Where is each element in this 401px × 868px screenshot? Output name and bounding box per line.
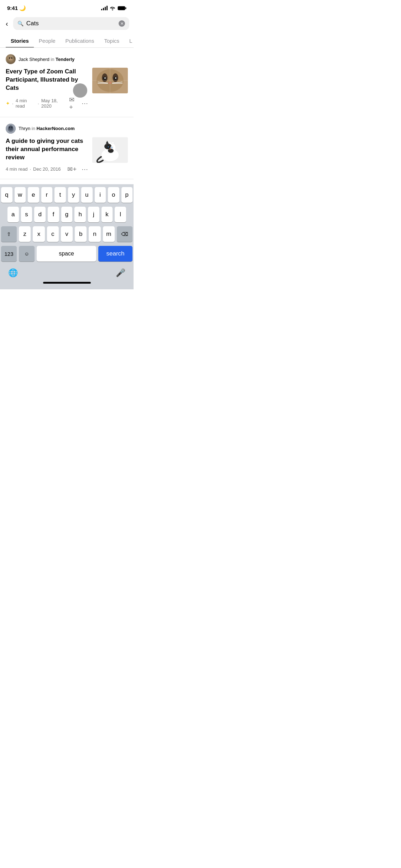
key-g[interactable]: g: [61, 207, 73, 222]
article-author-meta: Thryn in HackerNoon.com: [19, 126, 75, 131]
avatar: [6, 124, 16, 134]
key-d[interactable]: d: [34, 207, 46, 222]
article-date: Dec 20, 2016: [33, 166, 61, 172]
moon-icon: 🌙: [19, 5, 26, 11]
num-key[interactable]: 123: [1, 246, 17, 262]
back-button[interactable]: ‹: [4, 18, 10, 29]
more-button[interactable]: ⋯: [82, 99, 88, 107]
key-y[interactable]: y: [68, 187, 79, 203]
key-n[interactable]: n: [89, 226, 100, 242]
key-x[interactable]: x: [33, 226, 45, 242]
tab-stories[interactable]: Stories: [6, 33, 34, 47]
key-q[interactable]: q: [1, 187, 12, 203]
wifi-icon: [110, 6, 115, 10]
key-i[interactable]: i: [95, 187, 106, 203]
article-thumbnail: [92, 68, 128, 93]
svg-point-29: [9, 127, 10, 128]
globe-icon[interactable]: 🌐: [8, 268, 18, 278]
avatar: [6, 54, 16, 64]
star-icon: ✦: [6, 100, 10, 106]
article-item[interactable]: Thryn in HackerNoon.com A guide to givin…: [0, 117, 134, 179]
bookmark-button[interactable]: ✉+: [67, 165, 77, 173]
keyboard-row-3: ⇧ z x c v b n m ⌫: [1, 226, 132, 242]
article-footer: 4 min read · Dec 20, 2016 ✉+ ⋯: [6, 165, 88, 173]
delete-key[interactable]: ⌫: [117, 226, 132, 242]
home-indicator: [1, 279, 132, 289]
home-bar: [43, 282, 91, 284]
search-input[interactable]: Cats: [26, 20, 116, 27]
mic-icon[interactable]: 🎤: [116, 268, 125, 278]
tab-topics[interactable]: Topics: [99, 33, 124, 47]
key-e[interactable]: e: [28, 187, 39, 203]
article-date: May 18, 2020: [41, 98, 67, 109]
key-m[interactable]: m: [103, 226, 115, 242]
article-content: Every Type of Zoom Call Participant, Ill…: [6, 68, 128, 111]
key-v[interactable]: v: [61, 226, 73, 242]
tabs-row: Stories People Publications Topics L: [0, 33, 134, 48]
key-h[interactable]: h: [74, 207, 86, 222]
key-j[interactable]: j: [88, 207, 99, 222]
svg-point-38: [108, 146, 109, 147]
key-s[interactable]: s: [21, 207, 32, 222]
key-o[interactable]: o: [108, 187, 119, 203]
article-thumbnail: [92, 137, 128, 163]
key-l[interactable]: l: [115, 207, 126, 222]
article-text: A guide to giving your cats their annual…: [6, 137, 88, 173]
svg-point-7: [11, 58, 12, 58]
key-z[interactable]: z: [19, 226, 31, 242]
article-footer: ✦ · 4 min read · May 18, 2020 ✉+ ⋯: [6, 96, 88, 111]
key-t[interactable]: t: [54, 187, 66, 203]
article-actions: ✉+ ⋯: [67, 165, 88, 173]
keyboard: q w e r t y u i o p a s d f g h j k l ⇧ …: [0, 184, 134, 289]
search-input-wrap[interactable]: 🔍 Cats ✕: [13, 17, 129, 30]
search-bar-row: ‹ 🔍 Cats ✕: [0, 14, 134, 33]
svg-rect-1: [125, 7, 126, 9]
read-time: 4 min read: [16, 98, 36, 109]
keyboard-bottom-bar: 🌐 🎤: [1, 265, 132, 279]
key-b[interactable]: b: [75, 226, 87, 242]
key-w[interactable]: w: [15, 187, 26, 203]
key-p[interactable]: p: [121, 187, 133, 203]
svg-point-40: [109, 148, 111, 149]
key-f[interactable]: f: [48, 207, 59, 222]
articles-list: Jack Shepherd in Tenderly Every Type of …: [0, 48, 134, 179]
space-key[interactable]: space: [37, 246, 96, 262]
article-actions: ✉+ ⋯: [69, 96, 88, 111]
article-item[interactable]: Jack Shepherd in Tenderly Every Type of …: [0, 48, 134, 117]
svg-rect-0: [118, 6, 125, 10]
article-title: A guide to giving your cats their annual…: [6, 137, 88, 162]
status-icons: [101, 6, 126, 10]
key-k[interactable]: k: [101, 207, 113, 222]
keyboard-row-1: q w e r t y u i o p: [1, 187, 132, 203]
tab-people[interactable]: People: [34, 33, 61, 47]
cursor-dot: [73, 83, 87, 98]
tab-lists[interactable]: L: [124, 33, 134, 47]
search-key[interactable]: search: [98, 246, 132, 262]
signal-icon: [101, 6, 108, 10]
keyboard-row-4: 123 ☺ space search: [1, 246, 132, 262]
key-r[interactable]: r: [41, 187, 53, 203]
more-button[interactable]: ⋯: [82, 165, 88, 173]
svg-point-9: [10, 59, 11, 60]
key-u[interactable]: u: [81, 187, 93, 203]
read-time: 4 min read: [6, 166, 27, 172]
svg-point-39: [111, 147, 113, 148]
key-a[interactable]: a: [7, 207, 19, 222]
article-author-meta: Jack Shepherd in Tenderly: [19, 57, 74, 62]
battery-icon: [118, 6, 126, 10]
keyboard-row-2: a s d f g h j k l: [1, 207, 132, 222]
status-bar: 9:41 🌙: [0, 0, 134, 14]
article-meta: Thryn in HackerNoon.com: [6, 124, 128, 134]
svg-point-28: [8, 125, 13, 130]
emoji-key[interactable]: ☺: [19, 246, 35, 262]
svg-point-6: [9, 58, 10, 58]
search-icon: 🔍: [17, 21, 24, 26]
status-time: 9:41 🌙: [7, 5, 26, 11]
key-c[interactable]: c: [47, 226, 59, 242]
tab-publications[interactable]: Publications: [61, 33, 99, 47]
shift-key[interactable]: ⇧: [1, 226, 17, 242]
article-meta: Jack Shepherd in Tenderly: [6, 54, 128, 64]
bookmark-button[interactable]: ✉+: [69, 96, 77, 111]
clear-button[interactable]: ✕: [119, 20, 125, 27]
article-content: A guide to giving your cats their annual…: [6, 137, 128, 173]
